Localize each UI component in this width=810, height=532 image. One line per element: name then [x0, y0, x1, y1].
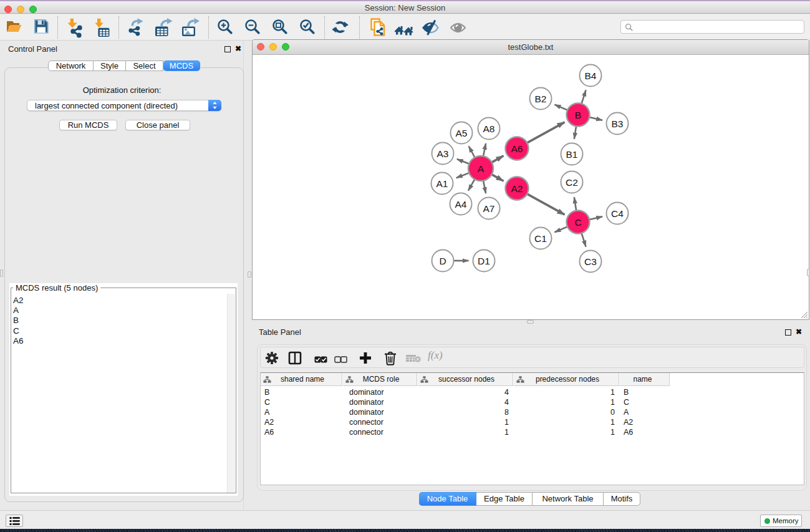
svg-text:C3: C3 [584, 256, 597, 267]
svg-text:A5: A5 [456, 128, 468, 138]
svg-text:A4: A4 [455, 199, 467, 210]
svg-text:B4: B4 [585, 70, 597, 81]
svg-text:B3: B3 [612, 118, 624, 129]
svg-text:A6: A6 [511, 143, 523, 154]
svg-text:D: D [439, 256, 446, 266]
svg-text:A8: A8 [483, 123, 495, 134]
svg-text:A3: A3 [437, 148, 449, 159]
svg-text:C1: C1 [534, 233, 547, 244]
svg-text:A1: A1 [436, 178, 448, 189]
svg-text:C4: C4 [611, 208, 624, 219]
svg-text:D1: D1 [478, 256, 490, 266]
svg-text:B1: B1 [566, 149, 578, 160]
svg-text:A: A [478, 163, 485, 174]
svg-text:B: B [575, 110, 581, 120]
svg-text:B2: B2 [535, 94, 547, 104]
svg-text:C2: C2 [566, 177, 578, 188]
svg-text:C: C [574, 217, 581, 228]
svg-text:A7: A7 [483, 203, 495, 214]
svg-text:A2: A2 [511, 183, 523, 194]
